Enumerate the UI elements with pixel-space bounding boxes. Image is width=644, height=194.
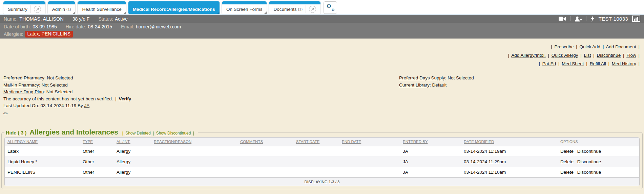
tab-medical-record-allergies-medications[interactable]: Medical Record:Allergies/Medications — [128, 1, 220, 14]
refill-all-link[interactable]: Refill All — [590, 61, 606, 66]
separator: | — [576, 44, 577, 49]
verify-link[interactable]: Verify — [119, 96, 131, 101]
colon: : — [430, 82, 431, 88]
delete-link[interactable]: Delete — [560, 149, 574, 154]
action-links-row-1: | Prescribe | Quick Add | Add Document | — [0, 43, 641, 51]
tab-documents[interactable]: Documents (1) — [269, 1, 320, 14]
patient-header-tools: TEST-10033 — [559, 16, 640, 22]
chart-graph-icon[interactable] — [632, 16, 640, 22]
header-type: TYPE — [80, 138, 114, 146]
cell-comments — [237, 146, 293, 157]
toolbar-divider — [570, 16, 570, 21]
patient-email: horner@mieweb.com — [136, 24, 181, 29]
add-allergy-intol-link[interactable]: Add Allergy/Intol. — [511, 53, 545, 58]
show-deleted-link[interactable]: Show Deleted — [125, 131, 151, 136]
pat-ed-link[interactable]: Pat.Ed — [542, 61, 556, 66]
updated-by-link[interactable]: JA — [84, 103, 89, 108]
add-person-icon[interactable] — [575, 16, 582, 22]
last-updated-text: Last Updated On: 03-14-2024 11:19 By — [3, 103, 83, 108]
hire-date-label: Hire date: — [66, 24, 86, 29]
table-header-row: ALLERGY NAME TYPE AL./INT. REACTION/REAS… — [5, 138, 639, 146]
action-links-row-3: | Pat.Ed | Med Sheet | Refill All | Med … — [0, 59, 641, 68]
current-library-link[interactable]: Current Library — [399, 82, 430, 88]
tab-on-screen-forms[interactable]: On Screen Forms — [222, 1, 267, 14]
add-document-link[interactable]: Add Document — [606, 44, 636, 49]
tab-health-surveillance[interactable]: Health Surveillance — [78, 1, 126, 14]
separator: | — [586, 61, 587, 66]
flow-link[interactable]: Flow — [626, 53, 636, 58]
patient-header-bar: Name: THOMAS, ALLISON 38 y/o F Status: A… — [0, 15, 644, 23]
header-date-modified: DATE MODIFIED — [461, 138, 558, 146]
tab-corner-fold — [217, 11, 220, 14]
patient-age-sex: 38 y/o F — [72, 16, 90, 22]
patient-chart-id: TEST-10033 — [599, 16, 628, 22]
med-history-link[interactable]: Med History — [612, 61, 636, 66]
patient-hire-date: 08-24-2015 — [88, 24, 112, 29]
delete-link[interactable]: Delete — [560, 170, 574, 175]
separator: | — [603, 44, 604, 49]
name-label: Name: — [4, 16, 18, 22]
quick-allergy-link[interactable]: Quick Allergy — [552, 53, 578, 58]
hide-section-link[interactable]: Hide ( 3 ) — [6, 130, 26, 136]
med-sheet-link[interactable]: Med Sheet — [562, 61, 584, 66]
discontinue-link[interactable]: Discontinue — [577, 170, 601, 175]
allergies-fieldset: Hide ( 3 ) Allergies and Intolerances | … — [1, 128, 643, 189]
patient-allergies-bar: Allergies: Latex, PENICILLINS — [0, 30, 644, 39]
action-links-row-2: | Add Allergy/Intol. | Quick Allergy | L… — [0, 51, 641, 59]
video-camera-icon[interactable] — [559, 16, 566, 21]
preferred-pharmacy-row: Preferred Pharmacy: Not Selected — [3, 75, 644, 82]
separator: | — [558, 61, 560, 66]
mailin-pharmacy-link[interactable]: Mail-In Pharmacy — [3, 82, 39, 88]
cell-options: Delete Discontinue — [558, 146, 639, 157]
cell-reaction — [151, 146, 237, 157]
header-reaction: REACTION/REASON — [151, 138, 237, 146]
colon: : — [44, 75, 46, 80]
popout-icon[interactable] — [309, 6, 316, 13]
tab-documents-label: Documents — [273, 7, 296, 12]
tab-forms-label: On Screen Forms — [226, 7, 263, 12]
allergy-alert-badge[interactable]: Latex, PENICILLINS — [25, 31, 73, 38]
list-link[interactable]: List — [584, 53, 591, 58]
prescribe-link[interactable]: Prescribe — [554, 44, 574, 49]
cell-end-date — [339, 146, 400, 157]
delete-link[interactable]: Delete — [560, 159, 574, 164]
tab-corner-fold — [264, 11, 267, 14]
patient-dob: 08-09-1985 — [33, 24, 57, 29]
discontinue-link[interactable]: Discontinue — [577, 159, 601, 164]
tab-divider — [306, 5, 306, 13]
quick-add-link[interactable]: Quick Add — [580, 44, 601, 49]
tab-corner-fold — [73, 11, 75, 14]
popout-icon[interactable] — [34, 6, 41, 13]
cell-type: Other — [80, 146, 114, 157]
tab-admin[interactable]: Admin (1) — [48, 1, 76, 14]
settings-button[interactable]: ⚙ ⚙ — [324, 1, 337, 14]
header-start-date: START DATE — [293, 138, 339, 146]
allergies-table: ALLERGY NAME TYPE AL./INT. REACTION/REAS… — [5, 138, 639, 186]
separator: | — [122, 131, 123, 136]
medicare-drug-plan-link[interactable]: Medicare Drug Plan — [3, 89, 44, 94]
cell-type: Other — [80, 167, 114, 178]
preferred-days-supply-link[interactable]: Preferred Days Supply — [399, 75, 445, 80]
tab-documents-badge: (1) — [298, 7, 303, 11]
cell-start-date — [293, 157, 339, 167]
tab-summary[interactable]: Summary — [3, 1, 45, 14]
toolbar-divider — [586, 16, 586, 21]
discontinue-link[interactable]: Discontinue — [577, 149, 601, 154]
preferred-pharmacy-value: Not Selected — [47, 75, 73, 80]
allergies-legend: Hide ( 3 ) Allergies and Intolerances | … — [4, 128, 198, 136]
show-discontinued-link[interactable]: Show Discontinued — [156, 131, 191, 136]
cell-comments — [237, 167, 293, 178]
tab-admin-label: Admin — [52, 7, 65, 12]
discontinue-link[interactable]: Discontinue — [597, 53, 621, 58]
edit-pencil-icon[interactable]: ✏ — [3, 110, 8, 117]
table-row: Liquid Honey * Other Allergy JA 03-14-20… — [5, 157, 639, 167]
lightning-bolt-icon[interactable] — [590, 16, 595, 22]
preferred-pharmacy-link[interactable]: Preferred Pharmacy — [3, 75, 44, 80]
show-links: | Show Deleted | Show Discontinued | — [121, 131, 195, 136]
separator: | — [638, 44, 640, 49]
separator: | — [593, 53, 595, 58]
medications-panel: | Prescribe | Quick Add | Add Document |… — [0, 39, 644, 189]
cell-date-modified: 03-14-2024 11:19am — [461, 146, 558, 157]
days-supply-value: Not Selected — [448, 75, 474, 80]
cell-comments — [237, 157, 293, 167]
